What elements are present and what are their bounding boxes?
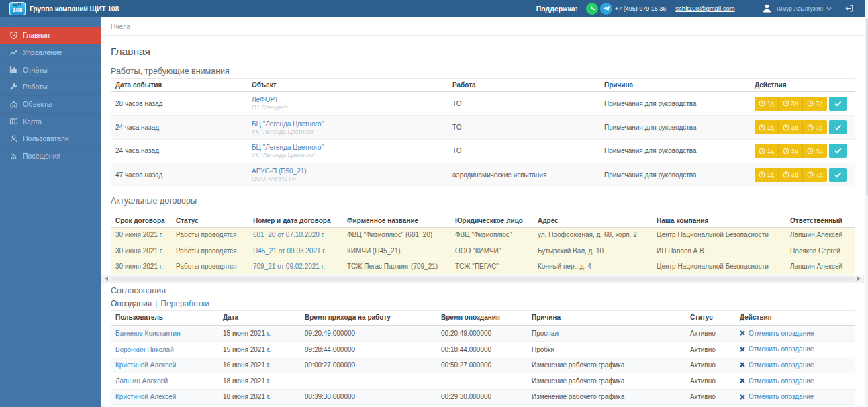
sidebar-menu: ГлавнаяУправлениеОтчётыРаботыОбъектыКарт… [0,27,101,165]
cancel-lateness-link[interactable]: Отменить опоздание [740,330,814,337]
sidebar-item-главная[interactable]: Главная [0,27,101,44]
sidebar-item-пользователи[interactable]: Пользователи [0,130,101,148]
lateness-row: Кристиной Алексей18 июня 2021 г.08:39:30… [111,389,855,405]
cancel-lateness-link[interactable]: Отменить опоздание [740,393,814,400]
cell-object: ЛеФОРТО1 Стандарт [247,92,448,116]
attention-row: 28 часов назадЛеФОРТО1 СтандартТОПримеча… [111,92,855,116]
trend-line-icon [9,48,18,57]
postpone-button-group: 1д3д7д [755,144,827,158]
clock-icon [759,148,765,154]
page-title: Главная [111,45,855,58]
clock-icon [759,171,765,178]
cancel-lateness-link[interactable]: Отменить опоздание [740,345,814,353]
horizontal-scrollbar-thumb[interactable] [111,277,855,281]
scroll-right-arrow-icon[interactable] [855,275,863,282]
user-link[interactable]: Воронкин Николай [115,346,174,353]
attention-row: 24 часа назадБЦ "Легенда Цветного"УК "Ле… [111,116,855,139]
scroll-left-arrow-icon[interactable] [103,275,110,282]
postpone-3д-button[interactable]: 3д [779,120,803,134]
complete-button[interactable] [829,168,847,182]
postpone-7д-button[interactable]: 7д [803,168,827,182]
cell-date: 18 июня 2021 г. [218,373,300,390]
postpone-1д-button[interactable]: 1д [755,168,779,182]
cell-legal-entity: ООО "КИМЧИ" [450,242,533,258]
telegram-icon[interactable] [600,3,612,15]
postpone-7д-button[interactable]: 7д [803,144,827,158]
cell-user: Баженов Константин [111,326,218,342]
sidebar-item-карта[interactable]: Карта [0,113,101,130]
approvals-table: ПользовательДатаВремя прихода на работуВ… [111,310,855,405]
tab-separator: | [155,299,157,308]
attention-table-header: Дата событияОбъектРаботаПричинаДействия [111,79,855,92]
user-link[interactable]: Кристиной Алексей [115,361,176,369]
clock-icon [783,148,789,154]
contract-link[interactable]: 709_21 от 09.02.2021 г. [253,263,325,270]
company-title: Группа компаний ЩИТ 108 [30,5,119,13]
column-header: Объект [247,79,448,92]
sidebar-item-отчёты[interactable]: Отчёты [0,61,101,79]
column-header: Номер и дата договора [248,214,342,227]
object-subtitle: УК "Легенда Цветного" [252,152,443,159]
cell-late-reason: Изменение рабочего графика [527,389,685,405]
object-link[interactable]: БЦ "Легенда Цветного" [252,120,443,128]
breadcrumb-item[interactable]: Пчела [111,23,130,30]
x-icon [740,330,745,336]
user-link[interactable]: Лапшин Алексей [115,377,168,385]
cell-work: ТО [448,92,599,116]
horizontal-scrollbar[interactable] [101,275,864,283]
cell-reason: Примечания для руководства [599,116,750,139]
cancel-lateness-link[interactable]: Отменить опоздание [740,377,814,385]
support-phone[interactable]: +7 (495) 979 16 36 [615,5,666,12]
logout-icon[interactable] [845,4,854,13]
support-email[interactable]: schit108@gmail.com [675,5,734,12]
breadcrumb: Пчела [101,17,865,36]
cancel-lateness-link[interactable]: Отменить опоздание [740,361,814,369]
company-logo[interactable]: ЩИТ 108 [9,2,26,15]
user-link[interactable]: Кристиной Алексей [115,393,176,400]
tab-late[interactable]: Опоздания [111,299,152,308]
home-icon [9,100,18,109]
postpone-3д-button[interactable]: 3д [779,144,803,158]
complete-button[interactable] [829,144,847,158]
object-link[interactable]: АРУС-П (П50_21) [252,167,443,175]
contract-link[interactable]: 681_20 от 07.10.2020 г. [253,231,325,238]
clock-icon [759,124,765,131]
attention-row: 24 часа назадБЦ "Легенда Цветного"УК "Ле… [111,139,855,163]
postpone-1д-button[interactable]: 1д [755,120,779,134]
complete-button[interactable] [829,97,847,111]
check-icon [834,124,842,130]
sidebar-item-работы[interactable]: Работы [0,79,101,96]
postpone-1д-button[interactable]: 1д [755,144,779,158]
cell-actions: 1д3д7д [750,139,855,163]
cancel-lateness-label: Отменить опоздание [749,393,814,400]
postpone-3д-button[interactable]: 3д [779,168,803,182]
complete-button[interactable] [829,120,847,134]
sidebar-item-управление[interactable]: Управление [0,44,101,62]
sidebar-item-объекты[interactable]: Объекты [0,96,101,114]
cell-user: Кристиной Алексей [111,357,218,373]
tab-overtime[interactable]: Переработки [160,299,209,308]
check-icon [834,172,842,178]
object-link[interactable]: БЦ "Легенда Цветного" [252,143,443,152]
logo-number-text: 108 [12,7,22,13]
column-header: Дата события [111,79,247,92]
postpone-7д-button[interactable]: 7д [803,120,827,134]
whatsapp-icon[interactable] [586,3,598,15]
sidebar-item-посещения[interactable]: Посещения [0,148,101,165]
cell-manager: Поляков Сергей [785,242,855,258]
cell-date: 15 июня 2021 г. [218,326,300,342]
cell-user: Лапшин Алексей [111,373,218,390]
approvals-section-title: Согласования [111,286,855,296]
postpone-1д-button[interactable]: 1д [755,97,779,111]
object-link[interactable]: ЛеФОРТ [252,95,443,104]
cell-term: 30 июня 2021 г. [111,227,171,242]
content-area: Главная Работы, требующие внимания Дата … [101,45,865,405]
postpone-3д-button[interactable]: 3д [779,97,803,111]
user-menu[interactable]: Тимур Асылгужин [762,3,832,13]
contract-link[interactable]: П45_21 от 09.03.2021 г. [253,247,326,255]
postpone-7д-button[interactable]: 7д [803,97,827,111]
vertical-scrollbar[interactable] [865,0,868,407]
column-header: Статус [171,214,248,227]
cell-late-reason: Проспал [527,326,685,342]
user-link[interactable]: Баженов Константин [115,330,181,337]
